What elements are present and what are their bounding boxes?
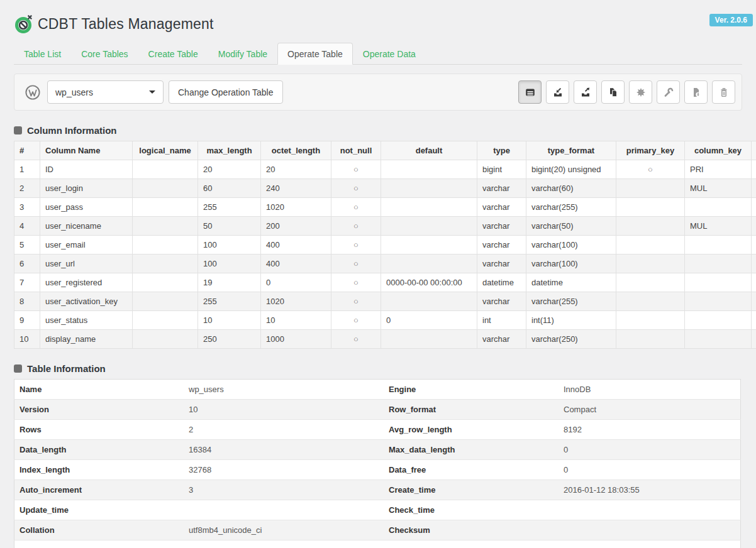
cell: 400 bbox=[261, 236, 331, 255]
cell bbox=[685, 292, 752, 311]
cell bbox=[752, 236, 756, 255]
cell bbox=[381, 255, 477, 273]
cell bbox=[685, 330, 752, 349]
export-table-button[interactable] bbox=[574, 80, 597, 104]
cell bbox=[133, 311, 198, 330]
column-header: # bbox=[14, 141, 40, 160]
column-header: column_key bbox=[685, 141, 752, 160]
operate-table-button[interactable] bbox=[629, 80, 652, 104]
column-header: default bbox=[381, 141, 477, 160]
column-information-title: Column Information bbox=[27, 125, 117, 136]
cell: varchar bbox=[477, 236, 526, 255]
tab-operate-table[interactable]: Operate Table bbox=[277, 43, 353, 65]
square-icon bbox=[14, 364, 22, 373]
table-info-row: Collationutf8mb4_unicode_ciChecksum bbox=[14, 520, 741, 540]
cell bbox=[133, 179, 198, 198]
cell: varchar(50) bbox=[526, 217, 616, 236]
info-key: Check_time bbox=[384, 500, 559, 520]
column-info-row: 2user_login60240○varcharvarchar(60)MUL bbox=[14, 179, 756, 198]
column-info-row: 7user_registered190○0000-00-00 00:00:00d… bbox=[14, 273, 756, 292]
cell bbox=[616, 255, 685, 273]
cell: ○ bbox=[331, 292, 381, 311]
table-information-heading: Table Information bbox=[14, 363, 742, 374]
column-header: logical_name bbox=[133, 141, 198, 160]
info-key: Data_free bbox=[384, 460, 559, 480]
cell bbox=[685, 255, 752, 273]
wrench-icon bbox=[664, 87, 674, 97]
info-key: Auto_increment bbox=[14, 480, 184, 500]
view-table-button[interactable] bbox=[518, 80, 542, 104]
cell bbox=[381, 236, 477, 255]
cell bbox=[752, 330, 756, 349]
info-value: 2 bbox=[184, 420, 384, 440]
cell: varchar(255) bbox=[526, 292, 616, 311]
tab-create-table[interactable]: Create Table bbox=[138, 43, 208, 65]
cell: user_pass bbox=[40, 198, 133, 217]
column-information-heading: Column Information bbox=[14, 125, 742, 136]
cell: bigint(20) unsigned bbox=[526, 160, 616, 179]
cell: ○ bbox=[331, 330, 381, 349]
cell: 6 bbox=[14, 255, 40, 273]
cell bbox=[685, 273, 752, 292]
cell: 2 bbox=[14, 179, 40, 198]
cell bbox=[133, 273, 198, 292]
info-value: Compact bbox=[559, 400, 741, 420]
modify-table-button[interactable] bbox=[657, 80, 680, 104]
cell: 255 bbox=[198, 198, 261, 217]
cell bbox=[616, 330, 685, 349]
column-info-row: 9user_status1010○0intint(11) bbox=[14, 311, 756, 330]
column-info-row: 5user_email100400○varcharvarchar(100) bbox=[14, 236, 756, 255]
table-info-table: Namewp_usersEngineInnoDBVersion10Row_for… bbox=[14, 379, 741, 548]
cell: 100 bbox=[198, 255, 261, 273]
column-header: not_null bbox=[331, 141, 381, 160]
cdbt-logo-icon bbox=[14, 14, 34, 34]
cell: 8 bbox=[14, 292, 40, 311]
cell: 19 bbox=[198, 273, 261, 292]
duplicate-table-button[interactable] bbox=[601, 80, 625, 104]
cdbt-admin-page: CDBT Tables Management Ver. 2.0.6 Table … bbox=[0, 13, 756, 548]
column-info-header-row: #Column Namelogical_namemax_lengthoctet_… bbox=[14, 141, 756, 160]
info-value: 0 bbox=[559, 460, 741, 480]
cell: user_email bbox=[40, 236, 133, 255]
info-value: 0 bbox=[559, 440, 741, 460]
backup-table-button[interactable] bbox=[684, 80, 708, 104]
info-key: Rows bbox=[14, 420, 184, 440]
cell bbox=[616, 311, 685, 330]
column-info-row: 8user_activation_key2551020○varcharvarch… bbox=[14, 292, 756, 311]
cell: 1 bbox=[14, 160, 40, 179]
delete-table-button[interactable] bbox=[712, 80, 735, 104]
column-header: primary_key bbox=[616, 141, 685, 160]
cell: 250 bbox=[198, 330, 261, 349]
column-info-row: 6user_url100400○varcharvarchar(100) bbox=[14, 255, 756, 273]
table-select[interactable]: wp_users bbox=[47, 80, 164, 104]
cell: ○ bbox=[331, 160, 381, 179]
info-key: Update_time bbox=[14, 500, 184, 520]
info-key: Version bbox=[14, 400, 184, 420]
cell bbox=[685, 236, 752, 255]
tab-modify-table[interactable]: Modify Table bbox=[208, 43, 277, 65]
cell: 200 bbox=[261, 217, 331, 236]
cell: 3 bbox=[14, 198, 40, 217]
cell: bigint bbox=[477, 160, 526, 179]
cell: ○ bbox=[331, 273, 381, 292]
cell: datetime bbox=[526, 273, 616, 292]
cell: 10 bbox=[198, 311, 261, 330]
cell: 240 bbox=[261, 179, 331, 198]
cell: 60 bbox=[198, 179, 261, 198]
change-operation-table-button[interactable]: Change Operation Table bbox=[169, 80, 283, 104]
list-alt-icon bbox=[525, 87, 535, 97]
cell: user_url bbox=[40, 255, 133, 273]
tab-core-tables[interactable]: Core Tables bbox=[71, 43, 138, 65]
cell: PRI bbox=[685, 160, 752, 179]
import-table-button[interactable] bbox=[546, 80, 569, 104]
info-value: 3 bbox=[184, 480, 384, 500]
cell: display_name bbox=[40, 330, 133, 349]
table-information-title: Table Information bbox=[27, 363, 106, 374]
cell: datetime bbox=[477, 273, 526, 292]
tab-table-list[interactable]: Table List bbox=[14, 43, 71, 65]
cell: 4 bbox=[14, 217, 40, 236]
tab-operate-data[interactable]: Operate Data bbox=[353, 43, 426, 65]
table-action-buttons bbox=[518, 80, 735, 104]
cell bbox=[752, 255, 756, 273]
cell: ○ bbox=[331, 311, 381, 330]
